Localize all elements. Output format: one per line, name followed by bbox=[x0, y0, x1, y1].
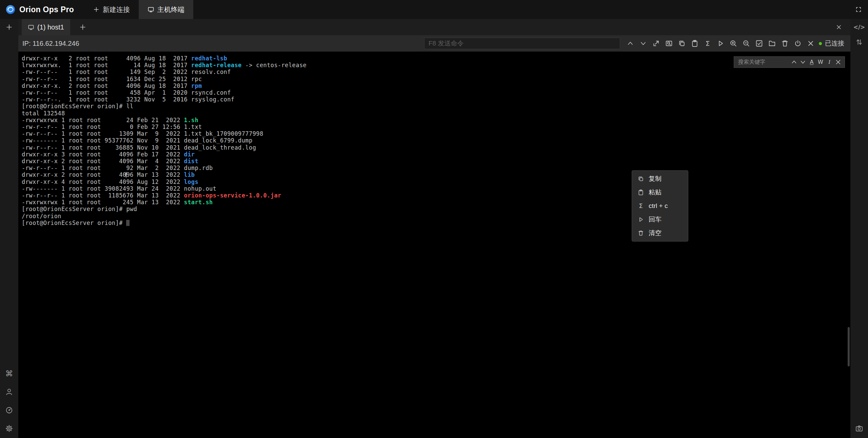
user-icon[interactable] bbox=[5, 388, 13, 396]
app-window: Orion Ops Pro 新建连接 主机终端 ⌘ (1 bbox=[0, 0, 868, 438]
context-menu-item[interactable]: 粘贴 bbox=[632, 186, 688, 199]
terminal-line: -rw-r--r-- 1 root root 0 Feb 27 12:56 1.… bbox=[22, 123, 850, 130]
fullscreen-icon bbox=[855, 6, 862, 13]
gear-icon[interactable] bbox=[5, 424, 13, 433]
terminal-line: -rwxrwxrwx 1 root root 245 Mar 13 2022 s… bbox=[22, 199, 850, 206]
terminal-line: drwxr-xr-x 4 root root 4096 Aug 12 2022 … bbox=[22, 178, 850, 185]
folder-icon[interactable] bbox=[768, 39, 776, 47]
close-all-button[interactable] bbox=[835, 24, 842, 31]
ip-label: IP: 116.62.194.246 bbox=[22, 40, 79, 47]
right-sidebar-bottom-icons bbox=[855, 424, 863, 438]
tab-new-connection[interactable]: 新建连接 bbox=[84, 0, 139, 19]
context-menu-item[interactable]: 清空 bbox=[632, 226, 688, 240]
chevron-down-icon[interactable] bbox=[798, 58, 807, 66]
status-label: 已连接 bbox=[825, 39, 844, 48]
terminal-line: [root@OrionEcsServer orion]# ll bbox=[22, 103, 850, 110]
play-icon[interactable] bbox=[716, 39, 725, 47]
paste-icon bbox=[637, 189, 644, 196]
close-icon[interactable] bbox=[807, 39, 815, 47]
terminal-line: lrwxrwxrwx. 1 root root 14 Aug 18 2017 r… bbox=[22, 62, 850, 69]
context-menu-label: 回车 bbox=[649, 215, 662, 224]
terminal-line: -rw-r--r-- 1 root root 1185676 Mar 13 20… bbox=[22, 192, 850, 199]
terminal-line: [root@OrionEcsServer orion]# bbox=[22, 220, 850, 226]
search-input[interactable] bbox=[738, 59, 790, 65]
terminal-line: -rw-r--r-- 1 root root 36885 Nov 10 2021… bbox=[22, 144, 850, 151]
app-title: Orion Ops Pro bbox=[19, 5, 74, 14]
add-tab-button[interactable] bbox=[79, 23, 86, 31]
sidebar-add-button[interactable] bbox=[5, 23, 13, 31]
terminal-line: [root@OrionEcsServer orion]# pwd bbox=[22, 206, 850, 212]
terminal-tab-host1[interactable]: (1) host1 bbox=[22, 19, 70, 35]
terminal-line: drwxr-xr-x 2 root root 4096 Aug 18 2017 … bbox=[22, 55, 850, 62]
swap-vertical-icon[interactable] bbox=[855, 38, 863, 46]
top-bar: Orion Ops Pro 新建连接 主机终端 bbox=[0, 0, 868, 19]
terminal-tab-bar: (1) host1 bbox=[18, 19, 850, 35]
terminal-tab-label: (1) host1 bbox=[37, 23, 64, 31]
terminal-line: -rw-r--r-- 1 root root 1634 Dec 25 2012 … bbox=[22, 76, 850, 82]
regex-icon[interactable]: I bbox=[825, 58, 834, 66]
terminal-line: drwxr-xr-x 2 root root 4096 Mar 4 2022 d… bbox=[22, 158, 850, 165]
plus-icon bbox=[93, 6, 100, 13]
terminal-line: -rw-r--r-- 1 root root 92 Mar 2 2022 dum… bbox=[22, 165, 850, 171]
app-logo: Orion Ops Pro bbox=[0, 0, 84, 19]
context-menu-item[interactable]: 复制 bbox=[632, 172, 688, 186]
logo-icon bbox=[5, 4, 16, 15]
text-caret bbox=[126, 172, 126, 177]
status-dot bbox=[819, 42, 822, 45]
expand-icon[interactable] bbox=[652, 39, 660, 47]
camera-icon[interactable] bbox=[855, 424, 863, 433]
terminal-cursor bbox=[126, 220, 130, 226]
zoom-out-icon[interactable] bbox=[742, 39, 750, 47]
fullscreen-button[interactable] bbox=[849, 0, 868, 19]
sigma-icon[interactable]: Σ bbox=[704, 39, 712, 47]
context-menu-label: 粘贴 bbox=[649, 188, 662, 197]
context-menu-label: 复制 bbox=[649, 174, 662, 183]
terminal-line: /root/orion bbox=[22, 213, 850, 220]
right-sidebar: </> bbox=[850, 19, 868, 438]
search-window-icon[interactable] bbox=[665, 39, 673, 47]
chevron-up-icon[interactable] bbox=[790, 58, 798, 66]
terminal-line: drwxr-xr-x 2 root root 4096 Mar 13 2022 … bbox=[22, 171, 850, 178]
whole-word-icon[interactable]: W bbox=[816, 58, 825, 66]
match-case-icon[interactable]: A bbox=[807, 58, 816, 66]
context-menu-label: 清空 bbox=[649, 229, 662, 237]
toolbar-icons: Σ bbox=[626, 39, 815, 47]
gauge-icon[interactable] bbox=[5, 406, 13, 414]
right-sidebar-top-icons: </> bbox=[855, 19, 863, 46]
context-menu: 复制粘贴Σctrl + c回车清空 bbox=[632, 170, 688, 242]
play-icon bbox=[637, 216, 644, 223]
tab-host-terminal-label: 主机终端 bbox=[157, 5, 184, 14]
copy-icon[interactable] bbox=[678, 39, 686, 47]
power-icon[interactable] bbox=[794, 39, 802, 47]
left-sidebar-icons: ⌘ bbox=[5, 369, 13, 438]
checkbox-icon[interactable] bbox=[755, 39, 763, 47]
code-icon[interactable]: </> bbox=[855, 23, 863, 31]
command-input[interactable] bbox=[424, 38, 620, 49]
trash-icon[interactable] bbox=[781, 39, 789, 47]
terminal-line: -rw------- 1 root root 39082493 Mar 24 2… bbox=[22, 185, 850, 192]
chevron-up-icon[interactable] bbox=[626, 39, 634, 47]
terminal-line: drwxr-xr-x 3 root root 4096 Feb 17 2022 … bbox=[22, 151, 850, 158]
terminal-line: -rwxrwxrwx 1 root root 24 Feb 21 2022 1.… bbox=[22, 117, 850, 123]
monitor-icon bbox=[147, 6, 154, 13]
terminal-scrollbar[interactable] bbox=[848, 327, 850, 366]
context-menu-item[interactable]: Σctrl + c bbox=[632, 199, 688, 213]
trash-icon bbox=[637, 230, 644, 236]
command-icon[interactable]: ⌘ bbox=[5, 369, 13, 378]
terminal-line: -rw-r--r-- 1 root root 1309 Mar 9 2022 1… bbox=[22, 130, 850, 137]
close-icon[interactable] bbox=[834, 58, 843, 66]
connection-status: 已连接 bbox=[819, 39, 844, 48]
tab-host-terminal[interactable]: 主机终端 bbox=[139, 0, 193, 19]
paste-icon[interactable] bbox=[691, 39, 699, 47]
terminal-area[interactable]: drwxr-xr-x 2 root root 4096 Aug 18 2017 … bbox=[18, 52, 850, 438]
tab-new-connection-label: 新建连接 bbox=[103, 5, 130, 14]
terminal-toolbar: IP: 116.62.194.246 Σ 已连接 bbox=[18, 35, 850, 52]
search-buttons: AWI bbox=[790, 58, 843, 66]
zoom-in-icon[interactable] bbox=[729, 39, 737, 47]
topbar-spacer bbox=[193, 0, 849, 19]
context-menu-item[interactable]: 回车 bbox=[632, 213, 688, 226]
chevron-down-icon[interactable] bbox=[639, 39, 647, 47]
terminal-search-panel: AWI bbox=[734, 56, 845, 68]
left-sidebar: ⌘ bbox=[0, 19, 18, 438]
copy-icon bbox=[637, 175, 644, 182]
